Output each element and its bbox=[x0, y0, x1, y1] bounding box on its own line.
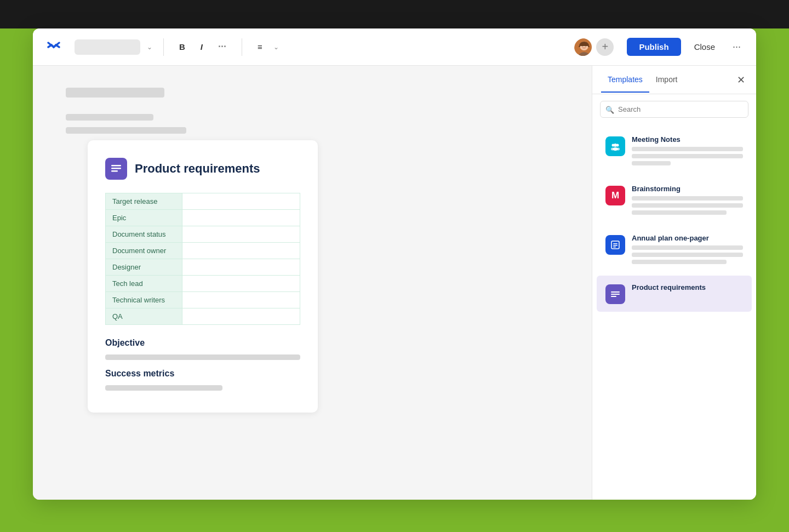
avatar bbox=[573, 37, 593, 57]
panel-tabs: Templates Import ✕ bbox=[592, 66, 756, 94]
table-row: Epic bbox=[106, 210, 300, 226]
template-icon-brainstorming: M bbox=[605, 186, 625, 205]
template-desc-line bbox=[632, 154, 743, 158]
avatar-group: + bbox=[573, 37, 614, 57]
template-desc-line bbox=[632, 260, 727, 264]
table-cell-value bbox=[182, 292, 300, 308]
logo[interactable] bbox=[44, 36, 64, 58]
template-desc-line bbox=[632, 210, 727, 215]
table-row: Document status bbox=[106, 226, 300, 243]
table-cell-label: Designer bbox=[106, 259, 182, 276]
template-item-annual-plan[interactable]: Annual plan one-pager bbox=[597, 226, 752, 274]
sidebar-line-2 bbox=[66, 127, 186, 134]
table-cell-label: Document owner bbox=[106, 243, 182, 259]
template-info-annual-plan: Annual plan one-pager bbox=[632, 234, 743, 267]
svg-point-12 bbox=[612, 144, 615, 147]
table-row: Designer bbox=[106, 259, 300, 276]
close-button[interactable]: Close bbox=[688, 38, 722, 56]
add-collaborator-button[interactable]: + bbox=[596, 38, 614, 56]
svg-rect-18 bbox=[613, 243, 618, 244]
template-icon-meeting-notes bbox=[605, 136, 625, 156]
template-desc-line bbox=[632, 161, 671, 165]
svg-rect-19 bbox=[613, 245, 618, 246]
right-panel: Templates Import ✕ 🔍 Meeting Notes bbox=[592, 66, 756, 500]
template-item-meeting-notes[interactable]: Meeting Notes bbox=[597, 128, 752, 176]
app-window: ⌄ B I ··· ≡ ⌄ bbox=[33, 28, 756, 500]
publish-button[interactable]: Publish bbox=[627, 38, 681, 56]
requirements-table: Target releaseEpicDocument statusDocumen… bbox=[105, 193, 300, 325]
align-chevron-icon: ⌄ bbox=[273, 43, 279, 51]
template-name-brainstorming: Brainstorming bbox=[632, 185, 743, 193]
tab-templates[interactable]: Templates bbox=[601, 67, 649, 93]
table-cell-label: Document status bbox=[106, 226, 182, 243]
table-cell-value bbox=[182, 259, 300, 276]
table-row: QA bbox=[106, 308, 300, 325]
bold-button[interactable]: B bbox=[175, 40, 190, 54]
template-info-product-requirements: Product requirements bbox=[632, 283, 743, 295]
template-info-brainstorming: Brainstorming bbox=[632, 185, 743, 218]
template-desc-line bbox=[632, 196, 743, 201]
breadcrumb-placeholder[interactable] bbox=[75, 39, 140, 55]
panel-close-button[interactable]: ✕ bbox=[735, 72, 747, 88]
svg-rect-10 bbox=[111, 170, 118, 172]
table-cell-value bbox=[182, 276, 300, 292]
editor-area: Product requirements Target releaseEpicD… bbox=[33, 66, 592, 500]
svg-rect-22 bbox=[611, 294, 620, 295]
table-cell-value bbox=[182, 210, 300, 226]
template-name-annual-plan: Annual plan one-pager bbox=[632, 234, 743, 242]
objective-placeholder bbox=[105, 354, 300, 360]
top-bar bbox=[0, 0, 789, 28]
table-cell-value bbox=[182, 193, 300, 210]
svg-point-13 bbox=[616, 144, 619, 147]
align-button[interactable]: ≡ bbox=[253, 40, 267, 54]
toolbar-divider bbox=[163, 38, 164, 56]
search-icon: 🔍 bbox=[605, 105, 614, 113]
template-name-product-requirements: Product requirements bbox=[632, 283, 743, 291]
table-row: Document owner bbox=[106, 243, 300, 259]
table-cell-label: Technical writers bbox=[106, 292, 182, 308]
main-area: Product requirements Target releaseEpicD… bbox=[33, 66, 756, 500]
sidebar-line-1 bbox=[66, 114, 153, 121]
template-item-brainstorming[interactable]: M Brainstorming bbox=[597, 177, 752, 225]
svg-rect-6 bbox=[579, 46, 580, 47]
svg-rect-23 bbox=[611, 296, 616, 297]
objective-title: Objective bbox=[105, 338, 300, 348]
svg-rect-9 bbox=[111, 168, 121, 169]
svg-rect-8 bbox=[111, 165, 121, 167]
svg-point-15 bbox=[611, 148, 614, 151]
svg-rect-7 bbox=[588, 46, 590, 47]
table-cell-label: Epic bbox=[106, 210, 182, 226]
more-options-button[interactable]: ··· bbox=[728, 39, 745, 55]
sidebar-placeholder-title bbox=[66, 88, 164, 98]
table-cell-value bbox=[182, 226, 300, 243]
table-row: Target release bbox=[106, 193, 300, 210]
template-name-meeting-notes: Meeting Notes bbox=[632, 135, 743, 144]
search-input[interactable] bbox=[600, 101, 748, 118]
success-metrics-placeholder bbox=[105, 385, 222, 391]
template-icon-annual-plan bbox=[605, 235, 625, 255]
toolbar-divider2 bbox=[242, 38, 242, 56]
template-icon-product-requirements bbox=[605, 284, 625, 304]
template-desc-line bbox=[632, 245, 743, 250]
table-cell-label: Target release bbox=[106, 193, 182, 210]
chevron-icon: ⌄ bbox=[147, 43, 152, 51]
format-more-button[interactable]: ··· bbox=[214, 39, 231, 55]
template-desc-line bbox=[632, 147, 743, 151]
svg-rect-21 bbox=[611, 291, 620, 293]
doc-card: Product requirements Target releaseEpicD… bbox=[88, 140, 318, 413]
doc-icon bbox=[105, 158, 127, 180]
table-row: Technical writers bbox=[106, 292, 300, 308]
table-cell-value bbox=[182, 243, 300, 259]
template-desc-line bbox=[632, 203, 743, 208]
doc-title-row: Product requirements bbox=[105, 158, 300, 180]
template-info-meeting-notes: Meeting Notes bbox=[632, 135, 743, 168]
italic-button[interactable]: I bbox=[196, 40, 207, 54]
table-cell-value bbox=[182, 308, 300, 325]
table-cell-label: Tech lead bbox=[106, 276, 182, 292]
tab-import[interactable]: Import bbox=[649, 67, 684, 93]
panel-search-container: 🔍 bbox=[592, 94, 756, 122]
template-desc-line bbox=[632, 253, 743, 257]
template-item-product-requirements[interactable]: Product requirements bbox=[597, 276, 752, 312]
svg-point-16 bbox=[616, 148, 620, 151]
table-cell-label: QA bbox=[106, 308, 182, 325]
